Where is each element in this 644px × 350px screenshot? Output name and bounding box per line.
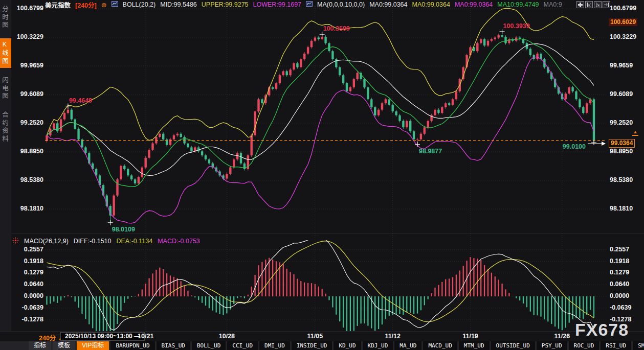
svg-text:99.0100: 99.0100 — [563, 143, 586, 150]
price-axis-label-right: 100.3229 — [610, 33, 641, 40]
toolbar-button-KDJ_UD[interactable]: KDJ_UD — [363, 341, 393, 350]
period-label: [240分] — [75, 0, 97, 10]
date-label: 10/28 — [211, 333, 242, 340]
macd-macd-value: MACD:-0.0753 — [158, 238, 200, 245]
macd-axis-label-right: 0.2557 — [610, 246, 641, 253]
price-axis-label-left: 100.3229 — [15, 33, 43, 40]
price-axis-label-left: 98.8950 — [15, 148, 43, 155]
ma0-value-yellow: MA0:99.0364 — [412, 1, 450, 8]
macd-axis-label-left: 0.1918 — [15, 258, 43, 265]
toolbar-button-ROC_UD[interactable]: ROC_UD — [569, 341, 599, 350]
toolbar-button-模板[interactable]: 模板 — [53, 341, 75, 350]
price-axis-label-right: 98.1810 — [610, 205, 641, 212]
ma0-value-gray: MA0:9 — [544, 1, 562, 8]
date-label: 11/26 — [547, 333, 578, 340]
session-high-badge: 100.6029 — [609, 18, 637, 26]
toolbar-button-BARUPDN_UD[interactable]: BARUPDN_UD — [110, 341, 154, 350]
date-label: 11/12 — [377, 333, 408, 340]
price-annotations: 99.464998.0109100.359998.9877100.393999.… — [65, 22, 606, 233]
toolbar-button-BIAS_UD[interactable]: BIAS_UD — [157, 341, 190, 350]
macd-alert-icon[interactable] — [12, 237, 19, 245]
toolbar-button-MACD_UD[interactable]: MACD_UD — [423, 341, 457, 350]
sidebar-item-kline[interactable]: K线图 — [0, 38, 11, 68]
toolbar-button-MTM_UD[interactable]: MTM_UD — [459, 341, 490, 350]
macd-axis-label-left: 0.0640 — [15, 281, 43, 288]
goto-latest-icon[interactable] — [603, 1, 610, 8]
price-axis-label-right: 99.6089 — [610, 90, 641, 98]
indicator-toolbar: 指标模板VIP指标BARUPDN_UDBIAS_UDBOLL_UDCCI_UDD… — [0, 341, 644, 350]
date-label: 11/05 — [300, 333, 330, 340]
price-axis-label-left: 98.1810 — [15, 205, 43, 212]
sidebar-item-lightning[interactable]: 闪电图 — [0, 74, 11, 103]
svg-text:100.3599: 100.3599 — [323, 25, 350, 32]
macd-axis-label-right: 0.0000 — [610, 292, 641, 299]
price-axis-label-left: 99.6089 — [15, 90, 43, 98]
macd-axis-label-right: -0.0639 — [610, 304, 641, 311]
last-price-badge: 99.0364 — [609, 139, 635, 148]
toolbar-button-PSY_UD[interactable]: PSY_UD — [537, 341, 567, 350]
toolbar-button-VIP指标[interactable]: VIP指标 — [77, 341, 109, 350]
ma10-value: MA10:99.4749 — [497, 1, 539, 8]
toolbar-button-KD_UD[interactable]: KD_UD — [334, 341, 361, 350]
toolbar-button-DMI_UD[interactable]: DMI_UD — [259, 341, 290, 350]
candlestick-series — [46, 32, 595, 223]
chart-tools — [576, 1, 610, 8]
price-axis-label-left: 98.5380 — [15, 176, 43, 183]
sidebar-item-timeshare[interactable]: 分时图 — [0, 3, 11, 32]
macd-axis-label-right: 0.1279 — [610, 269, 641, 276]
svg-text:98.9877: 98.9877 — [419, 148, 442, 155]
price-axis-label-right: 100.6799 — [610, 5, 641, 12]
macd-dea-value: DEA:-0.1134 — [116, 238, 152, 245]
scale-axis-left-icon[interactable] — [585, 1, 593, 8]
toolbar-button-INSIDE_UD[interactable]: INSIDE_UD — [292, 341, 332, 350]
svg-text:98.0109: 98.0109 — [112, 226, 135, 233]
collapse-circle-icon[interactable]: ⊕ — [101, 1, 107, 9]
macd-axis-label-left: -0.0639 — [15, 304, 43, 311]
toolbar-button-SMA_UD[interactable]: SMA_UD — [633, 341, 644, 350]
boll-mid-value: MID:99.5486 — [160, 1, 197, 8]
indicator-header: 美元指数 [240分] ⊕ BOLL(20,2) MID:99.5486 UPP… — [45, 1, 562, 9]
fx678-watermark: FX678 — [575, 320, 629, 340]
toolbar-button-BOLL_UD[interactable]: BOLL_UD — [192, 341, 226, 350]
macd-axis-label-right: 0.0640 — [610, 281, 641, 288]
price-axis-label-left: 99.9659 — [15, 62, 43, 69]
price-axis-label-right: 98.8950 — [610, 148, 641, 155]
ma-chart-icon[interactable] — [306, 1, 313, 8]
ma0-value-white: MA0:99.0364 — [369, 1, 407, 8]
svg-text:100.3939: 100.3939 — [503, 22, 530, 30]
toolbar-button-MA_UD[interactable]: MA_UD — [394, 341, 421, 350]
grid — [45, 6, 607, 330]
pan-tool-icon[interactable] — [576, 1, 584, 8]
scale-axis-right-icon[interactable] — [594, 1, 602, 8]
toolbar-button-指标[interactable]: 指标 — [29, 341, 51, 350]
macd-axis-label-left: 0.2557 — [15, 246, 43, 253]
price-up-arrow-icon: ▲ — [632, 129, 638, 136]
macd-diff-value: DIFF:-0.1510 — [74, 238, 112, 245]
chart-canvas[interactable]: 99.464998.0109100.359998.9877100.393999.… — [0, 0, 644, 331]
price-axis-label-right: 99.2520 — [610, 119, 641, 126]
ma-params-label: MA(0,0,0,10,0,0) — [317, 1, 365, 8]
toolbar-button-RSI_UD[interactable]: RSI_UD — [601, 341, 631, 350]
macd-axis-label-right: 0.1918 — [610, 258, 641, 265]
svg-text:99.4649: 99.4649 — [69, 97, 92, 104]
toolbar-button-CCI_UD[interactable]: CCI_UD — [227, 341, 258, 350]
price-axis-label-right: 98.5380 — [610, 176, 641, 183]
ma0-value-magenta: MA0:99.0364 — [455, 1, 493, 8]
price-axis-label-left: 99.2520 — [15, 119, 43, 126]
macd-axis-label-left: 0.1279 — [15, 269, 43, 276]
price-axis-label-right: 99.9659 — [610, 62, 641, 69]
macd-params-label: MACD(26,12,9) — [24, 238, 69, 245]
toolbar-button-OUTSIDE_UD[interactable]: OUTSIDE_UD — [491, 341, 535, 350]
macd-axis-label-left: 0.0000 — [15, 292, 43, 299]
boll-lower-value: LOWER:99.1697 — [253, 1, 302, 8]
macd-pane — [47, 237, 594, 331]
sidebar-item-contract-info[interactable]: 合约资料 — [0, 109, 11, 146]
date-label: 10/21 — [130, 333, 161, 340]
symbol-title: 美元指数 — [45, 0, 71, 10]
boll-label: BOLL(20,2) — [123, 1, 156, 8]
time-axis: 240分 ▲ 2025/10/13 09:00~13:00 — 10/2110/… — [0, 331, 644, 341]
chart-type-sidebar: 分时图 K线图 闪电图 合约资料 — [0, 0, 11, 331]
price-axis-label-left: 100.6799 — [15, 5, 43, 12]
macd-header: MACD(26,12,9) DIFF:-0.1510 DEA:-0.1134 M… — [12, 237, 200, 245]
boll-chart-icon[interactable] — [112, 1, 118, 8]
